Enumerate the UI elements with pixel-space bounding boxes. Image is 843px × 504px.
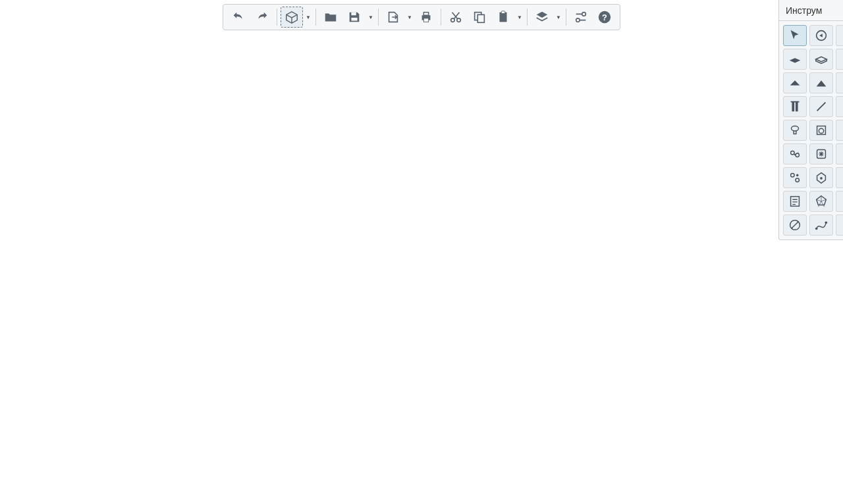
shell-tool[interactable] bbox=[809, 72, 833, 93]
svg-rect-86 bbox=[274, 272, 283, 297]
facade-label: Фасад 2 bbox=[756, 408, 769, 429]
axis-marker: 8 bbox=[298, 449, 307, 458]
redo-button[interactable] bbox=[251, 7, 273, 28]
dimension-tool[interactable] bbox=[783, 214, 807, 236]
zone-tool[interactable] bbox=[809, 167, 833, 188]
axis-marker: 11 bbox=[367, 465, 377, 474]
undo-button[interactable] bbox=[227, 7, 250, 28]
axis-marker: 1 bbox=[84, 384, 94, 393]
axis-marker: 20 bbox=[133, 408, 142, 417]
tool-edge[interactable] bbox=[836, 143, 843, 164]
layers-dropdown[interactable]: ▼ bbox=[555, 7, 562, 28]
paste-button[interactable] bbox=[492, 7, 514, 28]
svg-line-59 bbox=[626, 436, 682, 447]
svg-rect-87 bbox=[290, 279, 299, 303]
svg-line-19 bbox=[99, 283, 843, 447]
morph-tool[interactable] bbox=[809, 191, 833, 212]
tool-edge[interactable] bbox=[836, 120, 843, 141]
appliance-tool[interactable] bbox=[809, 120, 833, 141]
plumbing-tool[interactable] bbox=[783, 120, 807, 141]
save-button[interactable] bbox=[343, 7, 366, 28]
svg-line-58 bbox=[622, 421, 687, 434]
level-label: Первый этаж±0,000 bbox=[1, 346, 41, 358]
new-project-dropdown[interactable]: ▼ bbox=[304, 7, 312, 28]
open-button[interactable] bbox=[319, 7, 342, 28]
svg-line-17 bbox=[72, 257, 843, 421]
svg-rect-171 bbox=[796, 102, 798, 112]
copy-button[interactable] bbox=[468, 7, 491, 28]
svg-rect-100 bbox=[191, 313, 200, 336]
svg-line-49 bbox=[418, 479, 438, 480]
axis-marker: 9 bbox=[321, 454, 330, 463]
axis-marker: Д bbox=[700, 375, 709, 384]
cut-button[interactable] bbox=[445, 7, 467, 28]
save-dropdown[interactable]: ▼ bbox=[367, 7, 375, 28]
axis-marker: В bbox=[693, 390, 703, 399]
svg-rect-170 bbox=[792, 102, 794, 112]
svg-line-43 bbox=[244, 415, 267, 441]
mep2-tool[interactable] bbox=[783, 167, 807, 188]
print-button[interactable] bbox=[415, 7, 437, 28]
tool-edge[interactable] bbox=[836, 191, 843, 212]
svg-line-7 bbox=[0, 362, 626, 504]
svg-marker-64 bbox=[387, 137, 414, 153]
svg-line-35 bbox=[619, 290, 777, 322]
svg-rect-118 bbox=[518, 413, 527, 439]
svg-rect-121 bbox=[215, 362, 224, 385]
column-tool[interactable] bbox=[783, 96, 807, 117]
help-button[interactable]: ? bbox=[593, 7, 616, 28]
paste-dropdown[interactable]: ▼ bbox=[516, 7, 524, 28]
svg-rect-96 bbox=[461, 343, 470, 369]
axis-marker: 15 bbox=[456, 484, 465, 493]
svg-rect-115 bbox=[461, 390, 470, 415]
settings-button[interactable] bbox=[570, 7, 592, 28]
svg-line-3 bbox=[0, 309, 757, 504]
svg-line-25 bbox=[224, 362, 843, 504]
spline-tool[interactable] bbox=[809, 214, 833, 236]
export-dropdown[interactable]: ▼ bbox=[406, 7, 414, 28]
layers-button[interactable] bbox=[531, 7, 553, 28]
svg-text:?: ? bbox=[602, 13, 607, 22]
tool-edge[interactable] bbox=[836, 96, 843, 117]
slab-tool[interactable] bbox=[809, 49, 833, 70]
svg-line-36 bbox=[619, 308, 777, 339]
svg-line-52 bbox=[593, 349, 711, 368]
svg-rect-110 bbox=[375, 355, 383, 380]
line-tool[interactable] bbox=[809, 96, 833, 117]
svg-line-42 bbox=[188, 428, 221, 431]
tool-edge[interactable] bbox=[836, 25, 843, 46]
tool-edge[interactable] bbox=[836, 49, 843, 70]
axis-marker: Е bbox=[703, 364, 713, 373]
svg-rect-139 bbox=[584, 141, 591, 162]
svg-line-27 bbox=[303, 388, 843, 504]
svg-rect-99 bbox=[518, 366, 527, 391]
svg-rect-93 bbox=[394, 317, 402, 342]
axis-marker: А bbox=[680, 432, 690, 441]
svg-rect-159 bbox=[423, 13, 428, 16]
tool-edge[interactable] bbox=[836, 214, 843, 236]
axis-marker: Б bbox=[690, 402, 699, 411]
svg-rect-138 bbox=[576, 144, 583, 165]
svg-point-186 bbox=[815, 228, 818, 230]
axis-marker: 4 bbox=[183, 424, 192, 433]
marquee-tool[interactable] bbox=[809, 25, 833, 46]
arrow-tool[interactable] bbox=[783, 25, 807, 46]
svg-rect-81 bbox=[191, 274, 200, 297]
svg-rect-124 bbox=[274, 358, 283, 382]
viewport-3d[interactable]: этаж ой этаж Первый этаж±0,000 Цокольный… bbox=[0, 0, 843, 504]
roof-tool[interactable] bbox=[783, 72, 807, 93]
level-label: Первый этаж±0,000 bbox=[765, 284, 811, 296]
wall-tool[interactable] bbox=[783, 49, 807, 70]
svg-line-57 bbox=[619, 407, 692, 421]
svg-line-53 bbox=[599, 359, 708, 378]
svg-line-10 bbox=[0, 401, 527, 504]
tool-edge[interactable] bbox=[836, 167, 843, 188]
hvac-tool[interactable] bbox=[809, 143, 833, 164]
svg-point-180 bbox=[791, 174, 795, 178]
mep-tool[interactable] bbox=[783, 143, 807, 164]
export-button[interactable] bbox=[382, 7, 404, 28]
tool-edge[interactable] bbox=[836, 72, 843, 93]
new-project-button[interactable] bbox=[281, 7, 303, 28]
axis-marker: 13 bbox=[413, 475, 422, 484]
schedule-tool[interactable] bbox=[783, 191, 807, 212]
